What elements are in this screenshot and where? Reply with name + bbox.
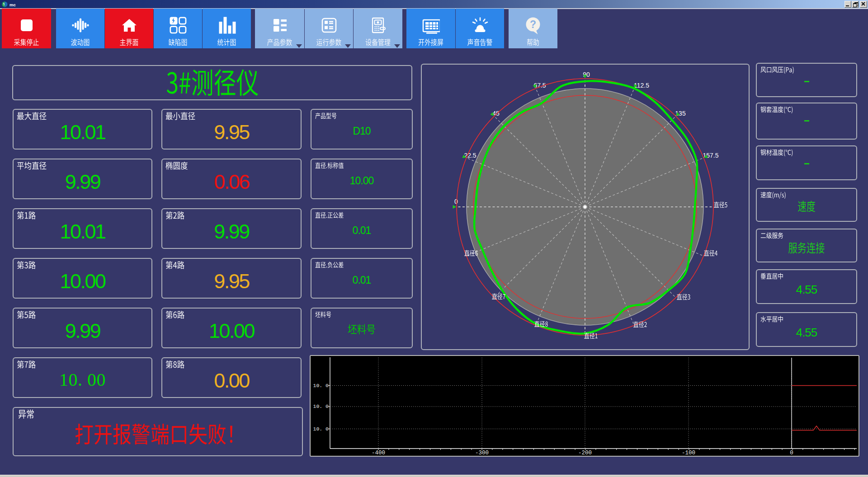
svg-text:?: ?	[530, 19, 536, 30]
